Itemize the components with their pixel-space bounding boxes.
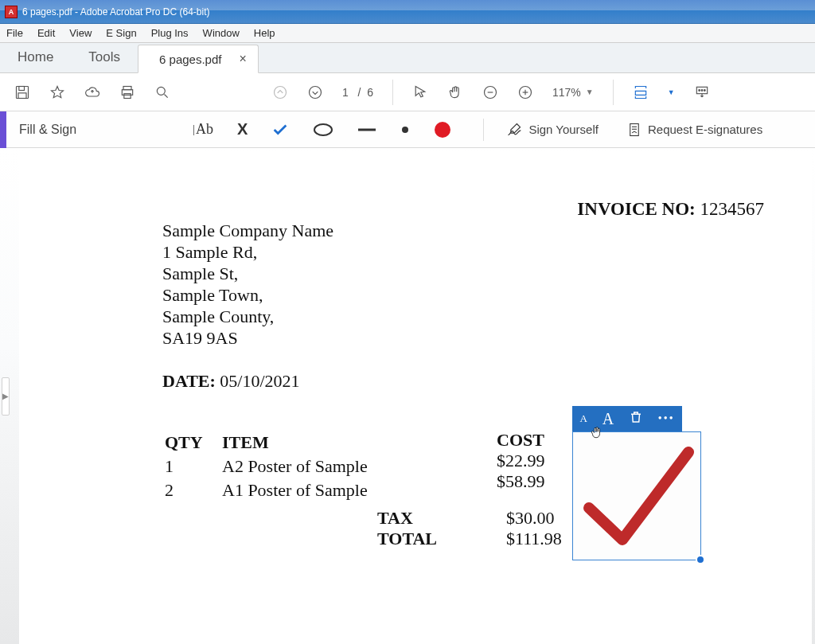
overflow-menu-icon[interactable] <box>694 84 710 100</box>
annotation-toolbar: A A ••• <box>572 406 682 431</box>
table-row: 1A2 Poster of Sample <box>164 455 384 478</box>
cloud-upload-icon[interactable] <box>84 84 100 100</box>
pdf-page: INVOICE NO: 1234567 Sample Company Name … <box>19 151 812 644</box>
print-icon[interactable] <box>119 84 135 100</box>
add-dot-icon[interactable] <box>400 125 410 135</box>
svg-line-7 <box>165 94 168 97</box>
window-title: 6 pages.pdf - Adobe Acrobat Pro DC (64-b… <box>22 6 209 18</box>
svg-point-22 <box>435 122 450 138</box>
menu-file[interactable]: File <box>6 27 23 39</box>
fit-width-chevron-icon[interactable]: ▼ <box>668 88 675 96</box>
svg-point-19 <box>314 124 332 135</box>
invoice-number: INVOICE NO: 1234567 <box>577 199 764 220</box>
tab-document[interactable]: 6 pages.pdf × <box>138 45 259 73</box>
hand-pan-icon[interactable] <box>447 84 463 100</box>
page-total: 6 <box>367 86 373 99</box>
svg-point-18 <box>704 89 705 91</box>
window-titlebar: A 6 pages.pdf - Adobe Acrobat Pro DC (64… <box>0 0 815 24</box>
checkmark-icon <box>573 432 700 560</box>
page-up-icon[interactable] <box>272 84 288 100</box>
zoom-out-icon[interactable] <box>482 84 498 100</box>
menu-plugins[interactable]: Plug Ins <box>151 27 189 39</box>
svg-point-6 <box>157 87 165 95</box>
main-toolbar: 1 / 6 117% ▼ ▼ <box>0 73 815 111</box>
add-checkmark-icon[interactable] <box>271 121 289 139</box>
separator <box>392 80 393 105</box>
add-x-icon[interactable]: X <box>237 120 248 139</box>
scale-down-button[interactable]: A <box>576 412 590 425</box>
tab-strip: Home Tools 6 pages.pdf × <box>0 43 815 73</box>
svg-rect-2 <box>18 92 26 98</box>
sign-yourself-button[interactable]: Sign Yourself <box>506 122 605 138</box>
chevron-down-icon: ▼ <box>586 88 594 96</box>
invoice-date: DATE: 05/10/2021 <box>162 371 300 392</box>
save-icon[interactable] <box>14 84 30 100</box>
add-text-icon[interactable]: |Ab <box>196 121 213 138</box>
menu-help[interactable]: Help <box>254 27 275 39</box>
pane-expand-handle[interactable]: ▶ <box>2 377 10 416</box>
page-current[interactable]: 1 <box>342 86 349 99</box>
svg-point-21 <box>402 127 408 133</box>
annotation-more-button[interactable]: ••• <box>655 412 678 425</box>
separator <box>483 119 484 141</box>
resize-handle[interactable] <box>696 555 705 564</box>
app-icon: A <box>5 6 18 18</box>
separator <box>613 80 614 105</box>
svg-rect-3 <box>123 86 131 89</box>
svg-point-8 <box>275 86 287 98</box>
magnify-icon[interactable] <box>154 84 170 100</box>
panel-accent <box>0 111 6 148</box>
delete-annotation-button[interactable] <box>626 410 646 427</box>
menu-esign[interactable]: E Sign <box>106 27 136 39</box>
tab-tools[interactable]: Tools <box>71 42 138 72</box>
document-viewport[interactable]: ▶ INVOICE NO: 1234567 Sample Company Nam… <box>0 148 815 644</box>
checkmark-annotation[interactable] <box>572 431 701 560</box>
totals-block: TAX $30.00 TOTAL $111.98 <box>377 508 562 549</box>
fill-sign-title: Fill & Sign <box>19 123 76 137</box>
tab-document-label: 6 pages.pdf <box>159 53 221 66</box>
menu-edit[interactable]: Edit <box>37 27 55 39</box>
svg-point-9 <box>310 86 322 98</box>
svg-point-17 <box>701 89 703 91</box>
zoom-in-icon[interactable] <box>517 84 533 100</box>
page-indicator: 1 / 6 <box>342 86 373 99</box>
color-picker-icon[interactable] <box>434 121 451 139</box>
svg-rect-23 <box>630 123 639 135</box>
request-esignatures-button[interactable]: Request E-signatures <box>627 122 762 138</box>
add-line-icon[interactable] <box>357 127 376 132</box>
fit-width-icon[interactable] <box>633 84 649 100</box>
signature-pen-icon <box>506 122 522 138</box>
items-table: QTYITEM 1A2 Poster of Sample 2A1 Poster … <box>162 430 385 503</box>
menu-bar: File Edit View E Sign Plug Ins Window He… <box>0 24 815 43</box>
svg-rect-5 <box>124 93 131 98</box>
table-row: 2A1 Poster of Sample <box>164 479 384 502</box>
menu-view[interactable]: View <box>69 27 92 39</box>
costs-column: COST $22.99 $58.99 <box>497 430 545 492</box>
trash-icon <box>629 410 643 424</box>
page-down-icon[interactable] <box>307 84 323 100</box>
select-arrow-icon[interactable] <box>412 84 428 100</box>
company-address: Sample Company Name 1 Sample Rd, Sample … <box>162 220 333 349</box>
menu-window[interactable]: Window <box>203 27 240 39</box>
svg-rect-1 <box>19 86 25 90</box>
zoom-dropdown[interactable]: 117% ▼ <box>552 86 594 99</box>
tab-home[interactable]: Home <box>0 42 71 72</box>
star-icon[interactable] <box>49 84 65 100</box>
tab-close-button[interactable]: × <box>239 52 246 66</box>
svg-point-16 <box>698 89 700 91</box>
scale-up-button[interactable]: A <box>599 410 617 428</box>
add-circle-icon[interactable] <box>313 123 333 137</box>
document-sign-icon <box>627 122 641 138</box>
fill-sign-toolbar: Fill & Sign |Ab X Sign Yourself Request … <box>0 111 815 148</box>
